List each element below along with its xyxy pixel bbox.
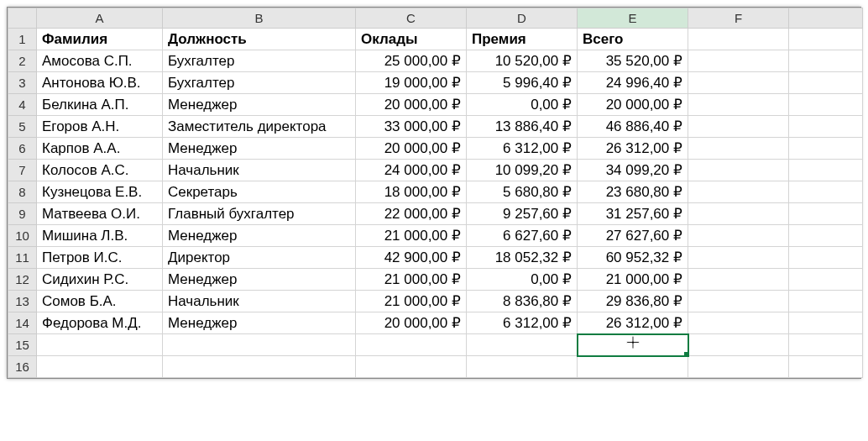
spreadsheet-grid[interactable]: ABCDEF1ФамилияДолжностьОкладыПремияВсего… — [7, 7, 861, 379]
cell-F5[interactable] — [688, 116, 789, 138]
cell-C7[interactable]: 24 000,00 ₽ — [356, 160, 467, 181]
cell-E11[interactable]: 60 952,32 ₽ — [578, 247, 688, 269]
cell-B13[interactable]: Начальник — [163, 291, 356, 312]
cell-D6[interactable]: 6 312,00 ₽ — [467, 138, 578, 160]
cell-A1[interactable]: Фамилия — [37, 29, 163, 50]
cell-A13[interactable]: Сомов Б.А. — [37, 291, 163, 312]
column-header-C[interactable]: C — [356, 8, 467, 29]
cell-E16[interactable] — [578, 356, 688, 378]
cell-F6[interactable] — [688, 138, 789, 160]
cell-F9[interactable] — [688, 203, 789, 225]
cell-D10[interactable]: 6 627,60 ₽ — [467, 225, 578, 247]
row-header-1[interactable]: 1 — [8, 29, 37, 50]
row-header-10[interactable]: 10 — [8, 225, 37, 247]
cell-C16[interactable] — [356, 356, 467, 378]
row-header-5[interactable]: 5 — [8, 116, 37, 138]
cell-F1[interactable] — [688, 29, 789, 50]
row-header-16[interactable]: 16 — [8, 356, 37, 378]
cell-C12[interactable]: 21 000,00 ₽ — [356, 269, 467, 291]
cell-B7[interactable]: Начальник — [163, 160, 356, 181]
row-header-9[interactable]: 9 — [8, 203, 37, 225]
cell-B6[interactable]: Менеджер — [163, 138, 356, 160]
cell-blank1[interactable] — [789, 29, 863, 50]
cell-blank15[interactable] — [789, 334, 863, 356]
cell-E6[interactable]: 26 312,00 ₽ — [578, 138, 688, 160]
row-header-4[interactable]: 4 — [8, 94, 37, 116]
cell-D11[interactable]: 18 052,32 ₽ — [467, 247, 578, 269]
cell-B8[interactable]: Секретарь — [163, 181, 356, 203]
cell-blank4[interactable] — [789, 94, 863, 116]
row-header-12[interactable]: 12 — [8, 269, 37, 291]
cell-F13[interactable] — [688, 291, 789, 312]
cell-F3[interactable] — [688, 72, 789, 94]
cell-B4[interactable]: Менеджер — [163, 94, 356, 116]
cell-C1[interactable]: Оклады — [356, 29, 467, 50]
cell-C2[interactable]: 25 000,00 ₽ — [356, 50, 467, 72]
cell-B1[interactable]: Должность — [163, 29, 356, 50]
cell-A14[interactable]: Федорова М.Д. — [37, 312, 163, 334]
cell-blank7[interactable] — [789, 160, 863, 181]
cell-B3[interactable]: Бухгалтер — [163, 72, 356, 94]
cell-E15[interactable] — [578, 334, 688, 356]
cell-A11[interactable]: Петров И.С. — [37, 247, 163, 269]
row-header-8[interactable]: 8 — [8, 181, 37, 203]
row-header-3[interactable]: 3 — [8, 72, 37, 94]
row-header-2[interactable]: 2 — [8, 50, 37, 72]
cell-E13[interactable]: 29 836,80 ₽ — [578, 291, 688, 312]
cell-blank13[interactable] — [789, 291, 863, 312]
cell-B14[interactable]: Менеджер — [163, 312, 356, 334]
cell-F7[interactable] — [688, 160, 789, 181]
cell-C9[interactable]: 22 000,00 ₽ — [356, 203, 467, 225]
cell-E7[interactable]: 34 099,20 ₽ — [578, 160, 688, 181]
cell-A5[interactable]: Егоров А.Н. — [37, 116, 163, 138]
cell-E14[interactable]: 26 312,00 ₽ — [578, 312, 688, 334]
cell-B5[interactable]: Заместитель директора — [163, 116, 356, 138]
cell-F16[interactable] — [688, 356, 789, 378]
row-header-15[interactable]: 15 — [8, 334, 37, 356]
cell-D8[interactable]: 5 680,80 ₽ — [467, 181, 578, 203]
cell-blank9[interactable] — [789, 203, 863, 225]
cell-F11[interactable] — [688, 247, 789, 269]
cell-E10[interactable]: 27 627,60 ₽ — [578, 225, 688, 247]
row-header-6[interactable]: 6 — [8, 138, 37, 160]
select-all-corner[interactable] — [8, 8, 37, 29]
cell-C4[interactable]: 20 000,00 ₽ — [356, 94, 467, 116]
cell-blank2[interactable] — [789, 50, 863, 72]
cell-F15[interactable] — [688, 334, 789, 356]
cell-B12[interactable]: Менеджер — [163, 269, 356, 291]
cell-D7[interactable]: 10 099,20 ₽ — [467, 160, 578, 181]
cell-C5[interactable]: 33 000,00 ₽ — [356, 116, 467, 138]
cell-C8[interactable]: 18 000,00 ₽ — [356, 181, 467, 203]
cell-blank10[interactable] — [789, 225, 863, 247]
cell-A6[interactable]: Карпов А.А. — [37, 138, 163, 160]
cell-A9[interactable]: Матвеева О.И. — [37, 203, 163, 225]
cell-F10[interactable] — [688, 225, 789, 247]
column-header-A[interactable]: A — [37, 8, 163, 29]
cell-C15[interactable] — [356, 334, 467, 356]
cell-D9[interactable]: 9 257,60 ₽ — [467, 203, 578, 225]
cell-blank5[interactable] — [789, 116, 863, 138]
cell-D14[interactable]: 6 312,00 ₽ — [467, 312, 578, 334]
cell-C14[interactable]: 20 000,00 ₽ — [356, 312, 467, 334]
cell-A10[interactable]: Мишина Л.В. — [37, 225, 163, 247]
cell-B10[interactable]: Менеджер — [163, 225, 356, 247]
column-header-blank[interactable] — [789, 8, 863, 29]
cell-E2[interactable]: 35 520,00 ₽ — [578, 50, 688, 72]
cell-A3[interactable]: Антонова Ю.В. — [37, 72, 163, 94]
cell-C10[interactable]: 21 000,00 ₽ — [356, 225, 467, 247]
cell-E3[interactable]: 24 996,40 ₽ — [578, 72, 688, 94]
column-header-F[interactable]: F — [688, 8, 789, 29]
cell-C11[interactable]: 42 900,00 ₽ — [356, 247, 467, 269]
cell-B15[interactable] — [163, 334, 356, 356]
cell-B2[interactable]: Бухгалтер — [163, 50, 356, 72]
cell-A8[interactable]: Кузнецова Е.В. — [37, 181, 163, 203]
cell-A16[interactable] — [37, 356, 163, 378]
cell-blank6[interactable] — [789, 138, 863, 160]
cell-B11[interactable]: Директор — [163, 247, 356, 269]
column-header-D[interactable]: D — [467, 8, 578, 29]
cell-A15[interactable] — [37, 334, 163, 356]
column-header-B[interactable]: B — [163, 8, 356, 29]
row-header-7[interactable]: 7 — [8, 160, 37, 181]
cell-C3[interactable]: 19 000,00 ₽ — [356, 72, 467, 94]
cell-A2[interactable]: Амосова С.П. — [37, 50, 163, 72]
